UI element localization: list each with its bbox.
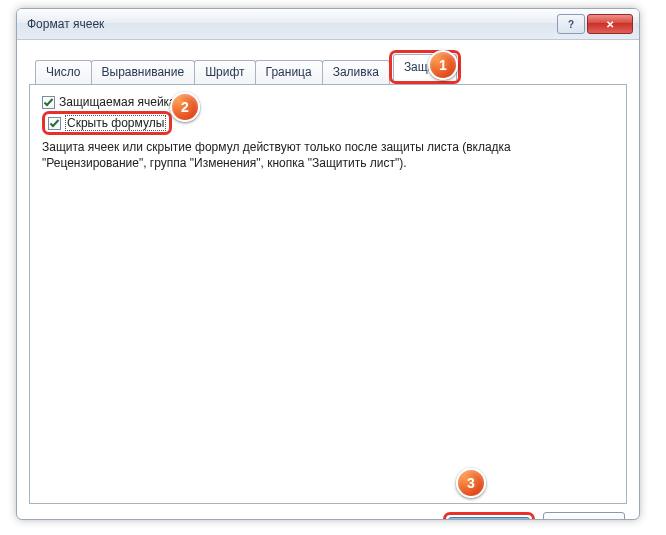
- hidden-checkbox[interactable]: [48, 117, 61, 130]
- window-title: Формат ячеек: [27, 17, 555, 31]
- help-button[interactable]: ?: [557, 14, 585, 34]
- titlebar: Формат ячеек ? ✕: [17, 9, 639, 40]
- check-icon: [49, 118, 60, 129]
- button-row: ОК Отмена: [29, 512, 627, 520]
- locked-checkbox[interactable]: [42, 96, 55, 109]
- locked-label: Защищаемая ячейка: [59, 95, 176, 109]
- locked-row: Защищаемая ячейка: [42, 95, 614, 109]
- ok-button[interactable]: ОК: [448, 517, 530, 520]
- tab-panel-protection: Защищаемая ячейка Скрыть формулы Защита …: [29, 84, 627, 504]
- cancel-button[interactable]: Отмена: [543, 512, 625, 520]
- tab-alignment[interactable]: Выравнивание: [91, 60, 196, 84]
- dialog-window: Формат ячеек ? ✕ Число Выравнивание Шриф…: [16, 8, 640, 520]
- highlight-hidden-checkbox: Скрыть формулы: [42, 111, 172, 135]
- callout-1: 1: [428, 50, 458, 80]
- check-icon: [43, 97, 54, 108]
- protection-description: Защита ячеек или скрытие формул действую…: [42, 139, 602, 171]
- close-button[interactable]: ✕: [587, 14, 633, 34]
- highlight-ok-button: ОК: [443, 512, 535, 520]
- hidden-row: Скрыть формулы: [42, 111, 614, 135]
- client-area: Число Выравнивание Шрифт Граница Заливка…: [17, 40, 639, 520]
- callout-3: 3: [456, 468, 486, 498]
- tab-font[interactable]: Шрифт: [194, 60, 255, 84]
- tab-number[interactable]: Число: [35, 60, 92, 84]
- tab-strip: Число Выравнивание Шрифт Граница Заливка…: [35, 50, 627, 84]
- tab-fill[interactable]: Заливка: [322, 60, 390, 84]
- callout-2: 2: [170, 92, 200, 122]
- hidden-label: Скрыть формулы: [65, 115, 166, 131]
- tab-border[interactable]: Граница: [255, 60, 323, 84]
